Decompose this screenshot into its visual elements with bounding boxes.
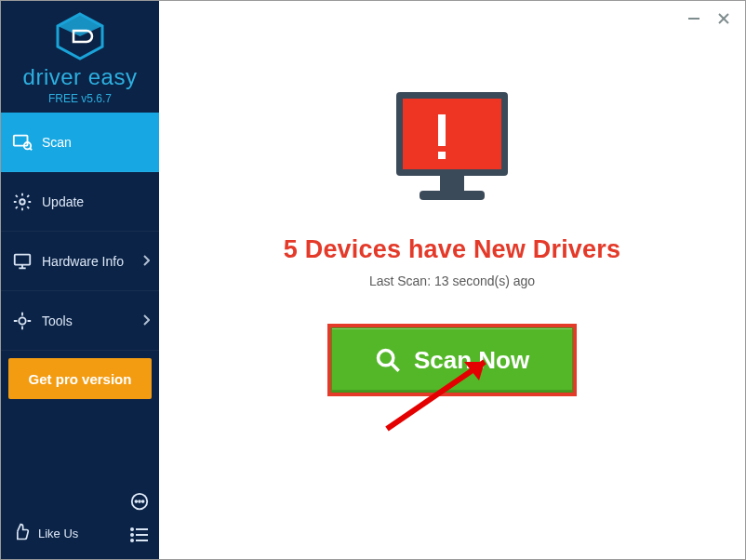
svg-rect-25 <box>438 114 446 146</box>
svg-rect-28 <box>420 191 485 200</box>
svg-rect-2 <box>14 135 28 145</box>
brand-logo-icon <box>54 12 106 60</box>
svg-rect-26 <box>438 152 446 159</box>
brand-version: FREE v5.6.7 <box>5 92 155 105</box>
svg-point-9 <box>19 317 25 324</box>
sidebar-footer: Like Us <box>1 513 159 559</box>
tools-icon <box>12 311 33 331</box>
content: 5 Devices have New Drivers Last Scan: 13… <box>159 1 745 559</box>
sidebar-item-label: Tools <box>42 313 73 328</box>
like-us-label[interactable]: Like Us <box>38 527 78 540</box>
svg-marker-1 <box>58 14 102 36</box>
sidebar: driver easy FREE v5.6.7 Scan Update <box>1 1 159 559</box>
search-icon <box>375 347 401 373</box>
last-scan-text: Last Scan: 13 second(s) ago <box>369 273 535 288</box>
close-button[interactable] <box>715 10 732 27</box>
headline-text: 5 Devices have New Drivers <box>284 235 620 264</box>
monitor-icon <box>12 251 33 272</box>
menu-icon[interactable] <box>129 527 150 546</box>
svg-point-5 <box>20 199 25 205</box>
svg-point-14 <box>131 528 133 530</box>
scan-now-button[interactable]: Scan Now <box>331 327 573 393</box>
gear-icon <box>12 192 33 212</box>
sidebar-item-label: Hardware Info <box>42 254 124 269</box>
svg-rect-27 <box>440 176 464 191</box>
sidebar-item-label: Update <box>42 194 84 209</box>
get-pro-button[interactable]: Get pro version <box>8 358 152 399</box>
svg-point-29 <box>378 351 393 366</box>
scan-icon <box>12 132 33 153</box>
svg-point-13 <box>142 500 144 502</box>
sidebar-item-tools[interactable]: Tools <box>1 291 159 351</box>
sidebar-item-hardware-info[interactable]: Hardware Info <box>1 232 159 291</box>
sidebar-item-scan[interactable]: Scan <box>1 113 159 172</box>
main-panel: 5 Devices have New Drivers Last Scan: 13… <box>159 1 745 559</box>
brand-block: driver easy FREE v5.6.7 <box>1 1 159 113</box>
brand-name: driver easy <box>5 64 155 90</box>
app-window: driver easy FREE v5.6.7 Scan Update <box>0 0 746 560</box>
svg-rect-24 <box>403 99 501 169</box>
minimize-button[interactable] <box>686 10 702 27</box>
feedback-icon[interactable] <box>129 492 150 515</box>
svg-line-4 <box>30 148 32 150</box>
sidebar-nav: Scan Update Hardware Info <box>1 113 159 351</box>
svg-point-18 <box>131 540 133 541</box>
chevron-right-icon <box>142 254 150 269</box>
chevron-right-icon <box>142 313 150 328</box>
svg-point-11 <box>135 500 137 502</box>
thumbs-up-icon <box>12 523 31 544</box>
svg-line-30 <box>391 364 398 371</box>
sidebar-item-update[interactable]: Update <box>1 172 159 232</box>
sidebar-item-label: Scan <box>42 135 72 150</box>
window-controls <box>673 1 745 36</box>
scan-now-label: Scan Now <box>414 346 529 375</box>
svg-rect-6 <box>15 254 31 264</box>
svg-point-12 <box>139 500 140 502</box>
alert-monitor-graphic <box>382 85 522 219</box>
svg-point-16 <box>131 534 133 536</box>
